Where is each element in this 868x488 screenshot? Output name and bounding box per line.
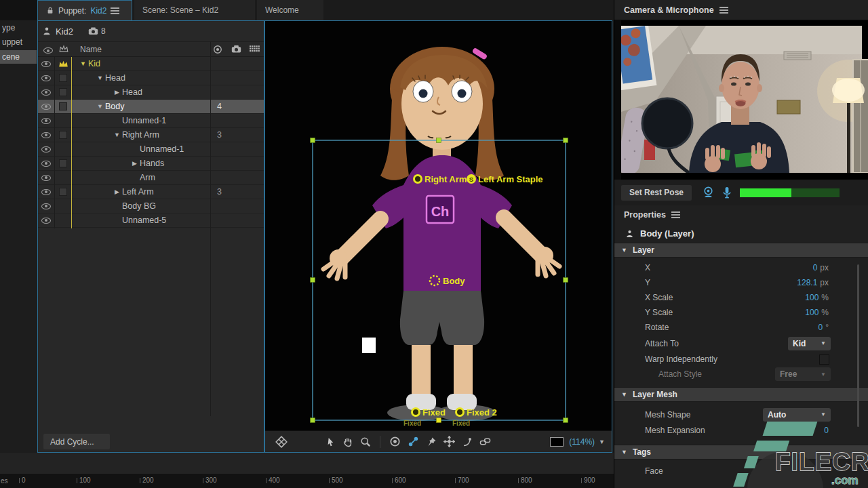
select-tool[interactable] [326, 436, 336, 447]
property-rotate: Rotate 0° [614, 320, 868, 335]
warp-independently-checkbox[interactable] [819, 354, 829, 365]
layer-name: Left Arm [122, 187, 154, 197]
takes-camera-icon [88, 27, 98, 35]
warp-badge[interactable] [59, 131, 67, 139]
eye-icon[interactable] [41, 89, 51, 96]
lock-icon [46, 6, 54, 15]
takes-column-icon[interactable] [231, 45, 241, 54]
project-rail: ype uppet cene [0, 0, 37, 453]
white-swatch-square [362, 338, 376, 353]
layer-name: Head [105, 73, 125, 83]
character-animator-window: ype uppet cene Puppet: Kid2 Scene: Scene… [0, 0, 868, 488]
eye-icon[interactable] [41, 146, 51, 152]
eye-icon[interactable] [41, 118, 51, 124]
warp-badge[interactable] [59, 159, 67, 167]
zoom-level[interactable]: (114%) [569, 437, 595, 447]
section-collapse-caret[interactable]: ▼ [621, 247, 627, 253]
scene-toolbar: (114%) ▼ [265, 430, 612, 452]
eye-icon[interactable] [41, 161, 51, 167]
section-layer-mesh[interactable]: ▼ Layer Mesh [614, 387, 868, 402]
hand-tool[interactable] [342, 436, 353, 447]
properties-title: Properties [624, 210, 666, 220]
camera-panel-menu-icon[interactable] [719, 5, 728, 15]
dragger-tool[interactable] [443, 436, 455, 447]
warp-badge[interactable] [59, 188, 67, 196]
record-toggle-tool[interactable] [389, 436, 401, 447]
add-cycle-button[interactable]: Add Cycle... [43, 434, 110, 449]
x-value[interactable]: 0 [813, 263, 818, 272]
tab-welcome[interactable]: Welcome [257, 0, 323, 20]
eye-icon[interactable] [41, 61, 51, 67]
property-y-scale: Y Scale 100% [614, 305, 868, 320]
rotate-value[interactable]: 0 [818, 323, 823, 332]
attach-to-dropdown[interactable]: Kid▼ [788, 337, 831, 350]
ruler-clipped-label: es [1, 477, 8, 485]
grid-column-icon[interactable] [250, 45, 260, 53]
puppet-track-row[interactable]: Kid2 8 [38, 21, 264, 42]
eye-icon[interactable] [41, 218, 51, 224]
layer-name: Head [122, 87, 142, 97]
eye-icon[interactable] [41, 175, 51, 181]
camera-input-icon[interactable] [701, 186, 715, 199]
audio-level-meter [740, 188, 840, 197]
show-mesh-tool[interactable] [275, 436, 288, 448]
warp-badge[interactable] [59, 102, 67, 110]
body-handle-label: Body [443, 276, 465, 286]
zoom-dropdown-caret[interactable]: ▼ [599, 439, 605, 445]
x-scale-value[interactable]: 100 [805, 293, 818, 302]
selected-item-name: Body (Layer) [640, 228, 694, 239]
layer-name: Body [105, 102, 125, 111]
fixed-handle-1[interactable] [412, 409, 420, 416]
visibility-column-icon[interactable] [43, 47, 53, 54]
property-mesh-shape: Mesh Shape Auto▼ [614, 406, 868, 423]
layer-name: Unnamed-5 [122, 216, 166, 225]
eye-icon[interactable] [41, 104, 51, 110]
tab-puppet[interactable]: Puppet: Kid2 [37, 0, 132, 20]
microphone-input-icon[interactable] [722, 186, 732, 199]
dangle-tool[interactable] [462, 436, 473, 447]
name-column-header: Name [80, 45, 102, 54]
fixed-handle-2[interactable] [456, 409, 464, 416]
eye-icon[interactable] [41, 75, 51, 81]
mesh-expansion-value[interactable]: 0 [824, 426, 829, 435]
tab-scene[interactable]: Scene: Scene – Kid2 [134, 0, 255, 20]
eye-icon[interactable] [41, 189, 51, 195]
staple-tool[interactable] [479, 436, 491, 447]
background-color-swatch[interactable] [550, 437, 564, 447]
rail-item-scene[interactable]: cene [0, 50, 37, 64]
right-column: Camera & Microphone [614, 0, 868, 488]
section-collapse-caret[interactable]: ▼ [621, 391, 627, 398]
section-tags[interactable]: ▼ Tags [614, 445, 868, 460]
set-rest-pose-button[interactable]: Set Rest Pose [621, 185, 692, 201]
right-arm-handle[interactable] [414, 176, 422, 183]
pin-tool[interactable] [426, 436, 437, 447]
eye-icon[interactable] [41, 203, 51, 209]
scene-viewport[interactable]: Ch [265, 21, 612, 430]
mesh-shape-dropdown[interactable]: Auto▼ [763, 408, 831, 422]
layer-name: Unnamed-1 [122, 116, 166, 125]
layer-list-header: Name [38, 42, 264, 57]
y-scale-value[interactable]: 100 [805, 308, 818, 317]
handle-tool-selected[interactable] [408, 436, 419, 447]
y-value[interactable]: 128.1 [797, 278, 817, 287]
warp-badge[interactable] [59, 74, 67, 82]
panel-menu-icon[interactable] [111, 6, 119, 16]
left-arm-staple-label: Left Arm Staple [478, 174, 543, 184]
rail-item-puppet[interactable]: uppet [0, 35, 37, 49]
warp-badge[interactable] [59, 88, 67, 96]
record-column-icon[interactable] [213, 45, 222, 54]
timeline-ruler[interactable]: es 0 100 200 300 400 500 600 700 800 900 [0, 474, 614, 488]
fixed-handle-label-1: Fixed [422, 407, 446, 418]
crown-column-icon[interactable] [59, 45, 68, 53]
section-layer[interactable]: ▼ Layer [614, 243, 868, 258]
tab-scene-label: Scene: Scene – Kid2 [142, 5, 218, 15]
section-collapse-caret[interactable]: ▼ [621, 449, 627, 455]
tab-welcome-label: Welcome [265, 5, 299, 15]
property-y: Y 128.1px [614, 275, 868, 290]
properties-menu-icon[interactable] [671, 210, 680, 220]
eye-icon[interactable] [41, 132, 51, 138]
properties-scrollbar[interactable] [857, 264, 859, 427]
attach-style-dropdown: Free▼ [775, 367, 831, 381]
zoom-tool[interactable] [360, 436, 371, 447]
rail-item-type[interactable]: ype [0, 21, 37, 35]
